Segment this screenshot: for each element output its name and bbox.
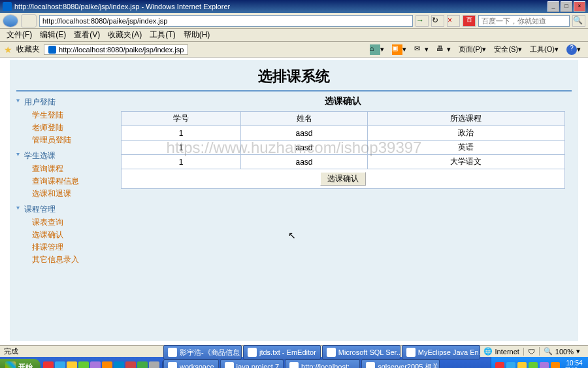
table-cell: 英语: [367, 141, 564, 155]
back-button[interactable]: [3, 14, 18, 27]
minimize-button[interactable]: _: [547, 1, 559, 12]
start-button[interactable]: 开始: [0, 359, 41, 368]
task-icon: [406, 348, 416, 357]
tray-icon[interactable]: [529, 362, 538, 368]
status-text: 完成: [4, 346, 18, 356]
taskbar-task[interactable]: workspace: [163, 360, 219, 368]
print-button[interactable]: 🖶▾: [433, 43, 454, 56]
ie-icon: [3, 2, 12, 11]
sidebar-item[interactable]: 查询课程信息: [16, 175, 114, 188]
table-cell: 1: [122, 141, 241, 155]
taskbar-task[interactable]: sqlserver2005 相关: [361, 360, 440, 368]
search-input[interactable]: [478, 15, 570, 27]
mail-button[interactable]: ✉▾: [411, 43, 432, 56]
ql-icon[interactable]: [90, 361, 101, 368]
sidebar-item[interactable]: 其它信息录入: [16, 254, 114, 266]
menu-help[interactable]: 帮助(H): [180, 28, 214, 42]
tray-icon[interactable]: [495, 362, 504, 368]
divider: [16, 90, 572, 92]
tray-icon[interactable]: [517, 362, 527, 368]
panel-title: 选课确认: [121, 95, 565, 107]
address-input[interactable]: [39, 15, 413, 27]
menu-file[interactable]: 文件(F): [3, 28, 36, 42]
sidebar-group-header[interactable]: 学生选课: [16, 149, 114, 163]
sidebar-item[interactable]: 查询课程: [16, 163, 114, 175]
safety-menu[interactable]: 安全(S)▾: [491, 43, 525, 56]
maximize-button[interactable]: □: [561, 1, 572, 12]
table-cell: aasd: [241, 141, 367, 155]
task-label: http://localhost:...: [301, 363, 355, 368]
ql-icon[interactable]: [125, 361, 136, 368]
home-button[interactable]: ⌂▾: [367, 43, 387, 56]
close-button[interactable]: ×: [574, 1, 585, 12]
menu-tools[interactable]: 工具(T): [146, 28, 179, 42]
taskbar-task[interactable]: Microsoft SQL Ser...: [322, 345, 400, 360]
ql-icon[interactable]: [149, 361, 159, 368]
quick-launch: [41, 361, 163, 368]
clock[interactable]: 10:54 星期二: [564, 360, 584, 368]
sidebar-group-header[interactable]: 课程管理: [16, 203, 114, 216]
security-zone[interactable]: 🌐 Internet: [479, 347, 523, 356]
task-label: workspace: [180, 363, 214, 368]
refresh-button[interactable]: ↻: [431, 15, 444, 27]
task-label: 影宇浩-《商品信息: [180, 348, 240, 358]
sidebar-item[interactable]: 排课管理: [16, 241, 114, 254]
taskbar-task[interactable]: MyEclipse Java En...: [402, 345, 480, 360]
confirm-button[interactable]: 选课确认: [320, 172, 366, 186]
taskbar-task[interactable]: java project 7: [220, 360, 284, 368]
sidebar-item[interactable]: 选课确认: [16, 229, 114, 241]
task-label: jtds.txt - EmEditor: [259, 348, 316, 356]
sidebar-group-header[interactable]: 用户登陆: [16, 95, 114, 109]
stop-button[interactable]: ×: [447, 15, 460, 27]
search-button[interactable]: 🔍: [572, 15, 585, 27]
ql-icon[interactable]: [67, 361, 77, 368]
task-icon: [366, 362, 375, 368]
tray-icon[interactable]: [506, 362, 515, 368]
ql-icon[interactable]: [43, 361, 54, 368]
ql-icon[interactable]: [55, 361, 65, 368]
feeds-button[interactable]: ▣▾: [389, 43, 410, 56]
search-provider-icon[interactable]: 百: [463, 15, 476, 27]
task-icon: [168, 348, 177, 357]
taskbar-task[interactable]: jtds.txt - EmEditor: [243, 345, 321, 360]
sidebar-item[interactable]: 课表查询: [16, 216, 114, 229]
tray-icon[interactable]: [551, 362, 560, 368]
task-icon: [289, 362, 299, 368]
table-row: 1aasd英语: [122, 141, 565, 155]
ql-icon[interactable]: [137, 361, 148, 368]
confirm-row: 选课确认: [121, 169, 565, 189]
ql-icon[interactable]: [78, 361, 89, 368]
zoom-level[interactable]: 🔍 100% ▾: [539, 347, 584, 356]
sidebar-item[interactable]: 选课和退课: [16, 188, 114, 200]
task-label: sqlserver2005 相关: [378, 362, 439, 369]
taskbar-task[interactable]: http://localhost:...: [285, 360, 360, 368]
main-panel: 选课确认 学号姓名所选课程 1aasd政治1aasd英语1aasd大学语文 选课…: [114, 95, 572, 269]
ql-icon[interactable]: [114, 361, 124, 368]
ql-icon[interactable]: [102, 361, 112, 368]
table-cell: 政治: [367, 126, 564, 141]
menu-favorites[interactable]: 收藏夹(A): [104, 28, 146, 42]
tools-menu[interactable]: 工具(O)▾: [527, 43, 562, 56]
favorites-star-icon[interactable]: ★: [4, 44, 12, 55]
table-row: 1aasd政治: [122, 126, 565, 141]
course-table: 学号姓名所选课程 1aasd政治1aasd英语1aasd大学语文: [121, 111, 565, 169]
page-menu[interactable]: 页面(P)▾: [455, 43, 490, 56]
tray-icon[interactable]: [540, 362, 549, 368]
protected-mode: 🛡: [523, 348, 539, 356]
taskbar-task[interactable]: 影宇浩-《商品信息: [163, 345, 242, 360]
help-button[interactable]: ?▾: [563, 43, 584, 56]
forward-button[interactable]: [21, 14, 37, 27]
menu-view[interactable]: 查看(V): [70, 28, 104, 42]
zoom-icon: 🔍: [544, 347, 553, 356]
favorites-label[interactable]: 收藏夹: [16, 44, 40, 55]
go-button[interactable]: →: [416, 15, 429, 27]
sidebar-item[interactable]: 老师登陆: [16, 122, 114, 134]
content-viewport: 选排课系统 https://www.huzhan.com/ishop39397 …: [0, 58, 588, 345]
menu-edit[interactable]: 编辑(E): [36, 28, 70, 42]
system-tray: 10:54 星期二: [491, 357, 588, 368]
table-header: 所选课程: [367, 112, 564, 126]
browser-tab[interactable]: http://localhost:8080/paike/jsp/index.js…: [44, 44, 188, 55]
task-icon: [327, 348, 336, 357]
sidebar-item[interactable]: 管理员登陆: [16, 134, 114, 146]
sidebar-item[interactable]: 学生登陆: [16, 109, 114, 122]
